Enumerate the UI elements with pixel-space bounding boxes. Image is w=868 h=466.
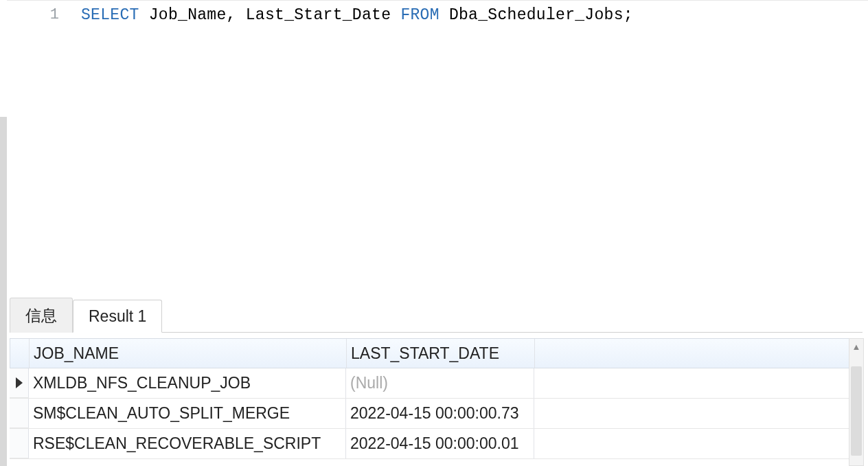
cell-last-start-date[interactable]: 2022-04-15 00:00:00.73	[346, 399, 534, 428]
sql-columns: Job_Name, Last_Start_Date	[139, 6, 401, 24]
cell-last-start-date[interactable]: (Null)	[346, 368, 534, 398]
results-grid: JOB_NAME LAST_START_DATE XMLDB_NFS_CLEAN…	[10, 338, 863, 466]
tab-result-1[interactable]: Result 1	[73, 300, 162, 333]
cell-job-name[interactable]: SM$CLEAN_AUTO_SPLIT_MERGE	[29, 399, 346, 428]
left-gutter	[0, 117, 7, 466]
line-number-gutter: 1	[7, 1, 69, 297]
table-row[interactable]: RSE$CLEAN_RECOVERABLE_SCRIPT2022-04-15 0…	[10, 429, 863, 459]
cell-job-name[interactable]: XMLDB_NFS_CLEANUP_JOB	[29, 368, 346, 398]
grid-body: JOB_NAME LAST_START_DATE XMLDB_NFS_CLEAN…	[10, 338, 863, 459]
scroll-up-button[interactable]: ▲	[849, 339, 863, 354]
column-header-last-start-date[interactable]: LAST_START_DATE	[347, 339, 535, 368]
sql-code-area[interactable]: SELECT Job_Name, Last_Start_Date FROM Db…	[69, 1, 868, 297]
scrollbar-thumb[interactable]	[851, 366, 862, 456]
line-number-1: 1	[50, 6, 59, 23]
sql-keyword-from: FROM	[400, 6, 439, 24]
sql-keyword-select: SELECT	[81, 6, 139, 24]
sql-editor[interactable]: 1 SELECT Job_Name, Last_Start_Date FROM …	[7, 0, 868, 297]
sql-table: Dba_Scheduler_Jobs;	[439, 6, 633, 24]
results-tab-bar: 信息 Result 1	[10, 300, 863, 333]
row-indicator	[10, 399, 29, 428]
row-indicator	[10, 429, 29, 458]
cell-last-start-date[interactable]: 2022-04-15 00:00:00.01	[346, 429, 534, 458]
row-indicator-header	[10, 339, 30, 368]
grid-header-row: JOB_NAME LAST_START_DATE	[10, 338, 863, 368]
cell-job-name[interactable]: RSE$CLEAN_RECOVERABLE_SCRIPT	[29, 429, 346, 458]
tab-info[interactable]: 信息	[10, 298, 73, 333]
chevron-up-icon: ▲	[852, 342, 861, 352]
row-indicator	[10, 368, 29, 398]
table-row[interactable]: XMLDB_NFS_CLEANUP_JOB(Null)	[10, 368, 863, 399]
table-row[interactable]: SM$CLEAN_AUTO_SPLIT_MERGE2022-04-15 00:0…	[10, 399, 863, 429]
results-vertical-scrollbar[interactable]: ▲	[849, 338, 864, 466]
current-row-icon	[16, 377, 23, 388]
column-header-job-name[interactable]: JOB_NAME	[30, 339, 347, 368]
